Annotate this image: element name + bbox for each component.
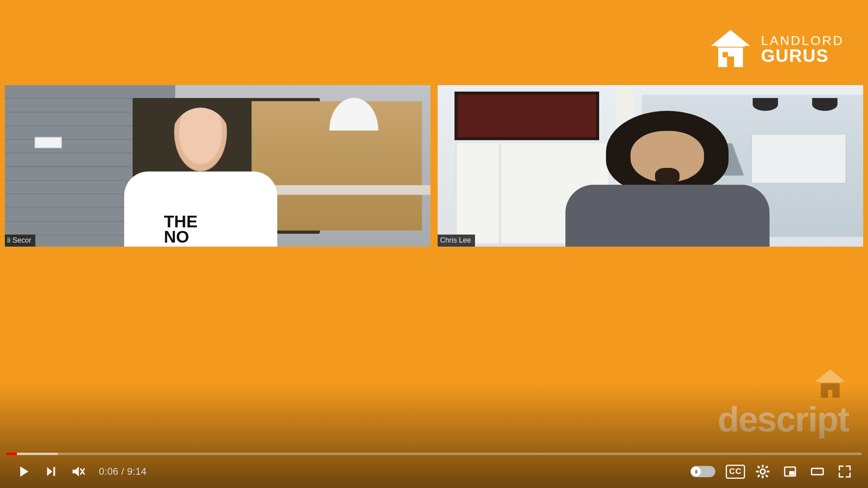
video-call-tiles: THE NO li Secor Chris Lee xyxy=(5,85,863,247)
pause-icon: II xyxy=(695,469,697,475)
svg-rect-3 xyxy=(762,476,764,478)
svg-rect-11 xyxy=(789,471,794,475)
svg-rect-12 xyxy=(812,468,823,475)
participant-tile-right: Chris Lee xyxy=(438,85,863,247)
mute-button[interactable] xyxy=(64,458,92,485)
participant-right-figure xyxy=(565,111,770,247)
descript-watermark: descript xyxy=(718,399,849,440)
miniplayer-button[interactable] xyxy=(776,458,804,485)
time-separator: / xyxy=(119,466,127,477)
next-button[interactable] xyxy=(37,458,64,485)
theater-button[interactable] xyxy=(804,458,831,485)
brand-line1: LANDLORD xyxy=(761,34,844,47)
svg-rect-6 xyxy=(757,466,760,469)
svg-rect-7 xyxy=(765,474,768,478)
time-elapsed: 0:06 xyxy=(99,466,119,477)
theater-icon xyxy=(809,463,825,480)
svg-rect-5 xyxy=(767,471,770,472)
settings-button[interactable] xyxy=(749,458,776,485)
captions-icon: CC xyxy=(726,465,745,479)
autoplay-toggle[interactable]: II xyxy=(690,466,715,477)
volume-muted-icon xyxy=(70,463,86,480)
svg-rect-8 xyxy=(765,466,768,469)
player-controls: 0:06 / 9:14 II CC xyxy=(0,455,868,488)
fullscreen-button[interactable] xyxy=(831,458,858,485)
participant-left-figure: THE NO xyxy=(124,108,277,247)
svg-rect-9 xyxy=(757,474,760,478)
svg-rect-0 xyxy=(723,52,728,57)
autoplay-knob: II xyxy=(691,467,701,476)
time-duration: 9:14 xyxy=(127,466,147,477)
brand-line2: GURUS xyxy=(761,47,844,65)
play-icon xyxy=(14,462,33,481)
fullscreen-icon xyxy=(837,463,853,480)
shirt-text-2: NO xyxy=(164,227,189,246)
next-icon xyxy=(43,463,59,480)
participant-name-left: li Secor xyxy=(5,235,35,247)
svg-rect-1 xyxy=(53,467,55,476)
house-icon xyxy=(706,27,755,71)
brand-logo: LANDLORD GURUS xyxy=(706,27,844,71)
gear-icon xyxy=(755,463,771,480)
play-button[interactable] xyxy=(10,458,37,485)
svg-rect-4 xyxy=(756,471,759,472)
miniplayer-icon xyxy=(782,463,798,480)
captions-button[interactable]: CC xyxy=(722,458,749,485)
time-display: 0:06 / 9:14 xyxy=(99,466,147,477)
brand-watermark-small xyxy=(810,366,850,404)
video-frame[interactable]: LANDLORD GURUS THE NO li Secor xyxy=(0,0,868,488)
participant-name-right: Chris Lee xyxy=(438,235,475,247)
svg-rect-2 xyxy=(762,465,764,468)
participant-tile-left: THE NO li Secor xyxy=(5,85,430,247)
